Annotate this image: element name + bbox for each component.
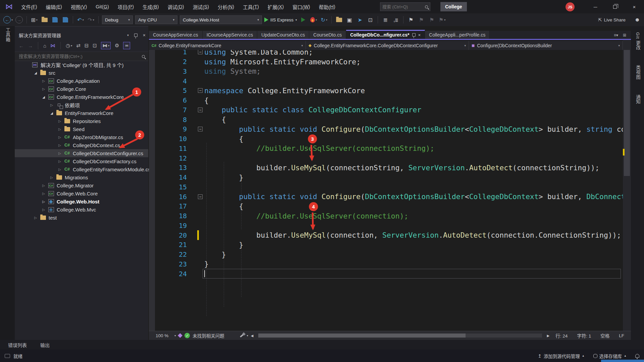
close-tab-icon[interactable]: × (418, 33, 421, 38)
collapse-arrow-icon[interactable]: ◢ (48, 111, 56, 115)
code-line-15[interactable]: 15 (149, 182, 623, 192)
start-without-debugging-icon[interactable] (299, 15, 307, 24)
expand-arrow-icon[interactable]: ▷ (56, 135, 64, 139)
add-to-source-control-button[interactable]: ↥ 添加到源代码管理 ▲ (538, 353, 584, 359)
bookmark-icon[interactable]: ⚑ (407, 15, 415, 24)
expand-arrow-icon[interactable]: ▷ (56, 127, 64, 131)
new-project-icon[interactable]: ⊞▾ (30, 15, 38, 24)
column-indicator[interactable]: 字符: 1 (574, 332, 594, 339)
active-documents-list-icon[interactable]: ≡▾ (614, 33, 618, 38)
code-line-3[interactable]: 3using System; (149, 67, 623, 76)
tree-item-seed[interactable]: ▷Seed (15, 125, 148, 133)
sync-selection-icon[interactable]: ⧓▾ (101, 42, 111, 49)
switch-views-icon[interactable]: ⇄ (76, 43, 80, 49)
collapse-arrow-icon[interactable]: ◢ (40, 95, 48, 99)
feedback-icon[interactable]: ☻ (631, 15, 644, 24)
live-share-button[interactable]: ⇱ Live Share (598, 17, 626, 22)
window-position-icon[interactable]: ▾ (127, 34, 129, 37)
tree-item-college.web.core[interactable]: ▷C#College.Web.Core (15, 189, 148, 197)
tree-item-collegedbcontextconfigurer.cs[interactable]: ▷C#CollegeDbContextConfigurer.cs (15, 149, 148, 157)
refresh-icon[interactable]: ↻▾ (320, 15, 328, 24)
navigate-back-icon[interactable]: ←▾ (3, 15, 13, 24)
tree-item--[interactable]: ▷依赖项 (15, 101, 148, 109)
tree-item-collegedbcontext.cs[interactable]: ▷C#CollegeDbContext.cs (15, 141, 148, 149)
editor-tab-updatecoursedto.cs[interactable]: UpdateCourseDto.cs (257, 31, 309, 39)
start-debugging-button[interactable]: IIS Express▾ (264, 17, 297, 22)
tree-item-college.migrator[interactable]: ▷C#College.Migrator (15, 181, 148, 189)
open-folder-icon[interactable] (41, 15, 49, 24)
code-line-20[interactable]: 20 builder.UseMySql(connection, ServerVe… (149, 230, 623, 240)
code-line-10[interactable]: 10 { (149, 134, 623, 144)
code-line-14[interactable]: 14 } (149, 173, 623, 182)
scroll-right-icon[interactable]: ▶ (547, 334, 549, 338)
menu-item[interactable]: 帮助(H) (314, 0, 339, 13)
chevron-down-icon[interactable]: ▾ (616, 44, 620, 47)
expand-arrow-icon[interactable]: ▷ (48, 103, 56, 107)
menu-item[interactable]: 工具(T) (238, 0, 263, 13)
code-line-4[interactable]: 4 (149, 76, 623, 86)
pending-changes-filter-icon[interactable]: ◷▾ (66, 43, 72, 49)
tree-item-migrations[interactable]: ▷Migrations (15, 173, 148, 181)
tree-item-entityframeworkcore[interactable]: ◢EntityFrameworkCore (15, 109, 148, 117)
chevron-down-icon[interactable]: ▾ (299, 44, 303, 47)
command-window-icon[interactable]: ▣ (345, 15, 354, 24)
expand-arrow-icon[interactable]: ▷ (56, 160, 64, 163)
horizontal-thumb[interactable] (258, 334, 466, 338)
solution-configuration-dropdown[interactable]: Debug▾ (102, 15, 133, 24)
code-line-18[interactable]: 18 //builder.UseSqlServer(connection); (149, 211, 623, 221)
editor-tab-coursedto.cs[interactable]: CourseDto.cs (309, 31, 346, 39)
maximize-button[interactable] (605, 0, 625, 13)
menu-item[interactable]: 扩展(X) (263, 0, 288, 13)
health-status[interactable]: 未找到相关问题 (193, 332, 224, 339)
menu-item[interactable]: 生成(B) (138, 0, 163, 13)
vertical-scrollbar[interactable] (623, 40, 631, 331)
health-check-icon[interactable]: ✓ (184, 333, 190, 338)
next-bookmark-icon[interactable]: ⚑ (428, 15, 436, 24)
code-line-17[interactable]: 17 { (149, 201, 623, 211)
code-line-2[interactable]: 2using Microsoft.EntityFrameworkCore; (149, 57, 623, 67)
indent-icon[interactable]: ≣ (381, 15, 389, 24)
code-line-1[interactable]: 1−using System.Data.Common; (149, 50, 623, 57)
minimize-button[interactable]: ─ (586, 0, 605, 13)
vertical-tab-类视图[interactable]: 类视图 (634, 65, 641, 80)
user-avatar[interactable]: JS (566, 2, 575, 11)
line-indicator[interactable]: 行: 24 (552, 332, 571, 339)
close-panel-icon[interactable]: × (143, 33, 146, 38)
collapse-all-icon[interactable]: ⊟ (85, 43, 89, 49)
menu-item[interactable]: 文件(F) (17, 0, 42, 13)
solution-platform-dropdown[interactable]: Any CPU▾ (135, 15, 177, 24)
toolbox-vertical-tab[interactable]: 工具箱 (4, 27, 11, 42)
fold-collapse-icon[interactable]: − (187, 194, 204, 199)
tree-item-abpzerodbmigrator.cs[interactable]: ▷C#AbpZeroDbMigrator.cs (15, 133, 148, 141)
undo-icon[interactable]: ↶▾ (76, 15, 85, 24)
expand-arrow-icon[interactable]: ▷ (56, 119, 64, 123)
navigate-forward-icon[interactable]: → (15, 15, 23, 24)
tree-item-test[interactable]: ▷test (15, 214, 148, 222)
pin-tab-icon[interactable] (412, 33, 416, 37)
solution-explorer-search[interactable] (15, 52, 148, 61)
tree-item-college.core[interactable]: ▷C#College.Core (15, 85, 148, 93)
save-icon[interactable] (51, 15, 59, 24)
whitespace-indicator[interactable]: 空格 (597, 332, 613, 339)
tree-item-collegeentityframeworkmodule.cs[interactable]: ▷C#CollegeEntityFrameworkModule.cs (15, 165, 148, 173)
code-line-6[interactable]: 6{ (149, 96, 623, 105)
code-cleanup-icon[interactable] (240, 334, 244, 337)
comment-icon[interactable]: ⹁≣ (392, 15, 400, 24)
tree-item--college-9-9-[interactable]: ⋈解决方案 'College' (9 个项目, 共 9 个) (15, 61, 148, 69)
menu-item[interactable]: 项目(P) (113, 0, 138, 13)
fold-collapse-icon[interactable]: − (187, 50, 204, 54)
show-all-files-icon[interactable]: ⊡ (93, 43, 97, 49)
extension-icon[interactable] (178, 333, 182, 338)
tab-options-icon[interactable]: ⊞ (623, 33, 626, 38)
code-lines[interactable]: 1−using System.Data.Common;2using Micros… (149, 50, 623, 279)
navigate-to-icon[interactable]: ⊡ (366, 15, 374, 24)
search-context-chip[interactable]: College (440, 2, 467, 11)
menu-item[interactable]: 测试(S) (189, 0, 213, 13)
code-line-8[interactable]: 8 { (149, 115, 623, 124)
save-all-icon[interactable] (61, 15, 69, 24)
code-line-11[interactable]: 11 //builder.UseSqlServer(connectionStri… (149, 144, 623, 154)
tab-output[interactable]: 输出 (40, 342, 50, 348)
tree-item-collegedbcontextfactory.cs[interactable]: ▷C#CollegeDbContextFactory.cs (15, 157, 148, 165)
fold-collapse-icon[interactable]: − (187, 88, 204, 93)
vertical-tab-通知[interactable]: 通知 (634, 95, 641, 104)
